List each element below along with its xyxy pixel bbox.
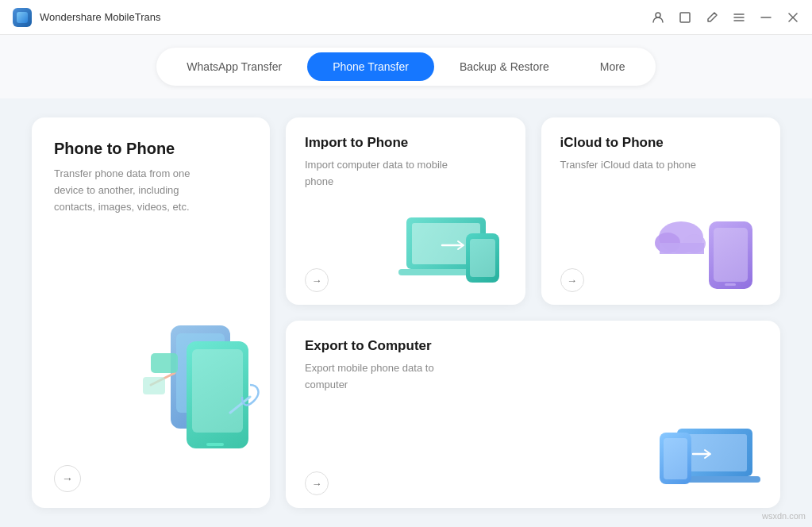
card-icloud-arrow[interactable]: → [560,268,584,292]
card-icloud-title: iCloud to Phone [560,135,762,151]
tab-backup[interactable]: Backup & Restore [434,52,575,81]
edit-icon[interactable] [706,11,718,24]
svg-rect-13 [206,443,224,446]
nav-bar: WhatsApp Transfer Phone Transfer Backup … [0,35,812,98]
svg-rect-14 [151,353,178,373]
phone-to-phone-illustration [127,310,270,468]
close-icon[interactable] [787,11,799,24]
profile-icon[interactable] [652,11,664,24]
card-export-to-computer: Export to Computer Export mobile phone d… [286,321,780,508]
card-phone-to-phone: Phone to Phone Transfer phone data from … [32,117,270,508]
icloud-illustration [645,194,772,297]
svg-rect-12 [192,349,243,433]
app-icon [13,8,32,27]
window-icon[interactable] [679,11,691,24]
main-content: Phone to Phone Transfer phone data from … [0,98,812,527]
card-icloud-to-phone: iCloud to Phone Transfer iCloud data to … [541,117,781,305]
nav-pill: WhatsApp Transfer Phone Transfer Backup … [156,48,655,86]
card-phone-to-phone-title: Phone to Phone [54,140,248,158]
card-import-to-phone: Import to Phone Import computer data to … [286,117,525,305]
card-export-arrow[interactable]: → [305,471,329,495]
card-icloud-desc: Transfer iCloud data to phone [560,157,719,174]
svg-rect-27 [660,243,704,254]
card-phone-to-phone-arrow[interactable]: → [54,465,81,492]
menu-icon[interactable] [733,11,745,24]
card-import-arrow[interactable]: → [305,268,329,292]
svg-rect-20 [470,239,495,277]
watermark: wsxdn.com [762,511,806,521]
tab-more[interactable]: More [575,52,651,81]
app-title: Wondershare MobileTrans [40,11,160,23]
title-bar-controls [652,11,799,24]
card-export-desc: Export mobile phone data to computer [305,360,464,394]
card-import-title: Import to Phone [305,135,506,151]
cards-right: Import to Phone Import computer data to … [286,117,780,508]
svg-rect-29 [683,434,747,471]
svg-rect-22 [714,228,748,282]
svg-point-0 [656,13,660,17]
minimize-icon[interactable] [760,11,772,24]
title-bar: Wondershare MobileTrans [0,0,812,35]
card-export-title: Export to Computer [305,338,761,354]
title-bar-left: Wondershare MobileTrans [13,8,160,27]
card-import-desc: Import computer data to mobile phone [305,157,464,190]
svg-rect-32 [664,438,687,479]
import-illustration [391,194,518,297]
svg-rect-15 [143,377,165,394]
tab-phone[interactable]: Phone Transfer [307,52,434,81]
export-illustration [645,397,772,500]
svg-rect-23 [725,283,736,286]
svg-rect-1 [680,13,690,22]
tab-whatsapp[interactable]: WhatsApp Transfer [161,52,307,81]
card-phone-to-phone-desc: Transfer phone data from one device to a… [54,166,205,215]
